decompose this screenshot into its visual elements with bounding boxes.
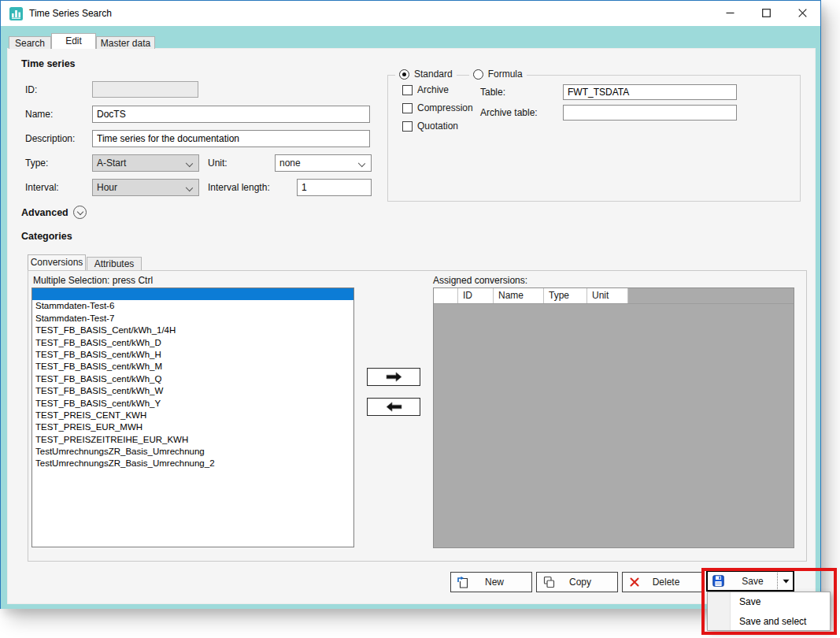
titlebar: Time Series Search <box>1 1 820 26</box>
column-header-type[interactable]: Type <box>544 288 587 303</box>
table-field[interactable] <box>563 84 737 100</box>
list-item[interactable]: TEST_PREIS_CENT_KWH <box>32 410 353 421</box>
categories-label: Categories <box>21 231 72 242</box>
copy-button-label: Copy <box>561 577 600 588</box>
archive-table-field[interactable] <box>563 105 737 121</box>
assigned-conversions-table: ID Name Type Unit <box>433 287 794 548</box>
storage-type-radios: Standard Formula <box>395 68 527 80</box>
list-item[interactable]: TestUmrechnungsZR_Basis_Umrechnung_2 <box>32 458 353 469</box>
checkbox-quotation-label: Quotation <box>417 121 458 132</box>
description-label: Description: <box>25 133 75 144</box>
save-floppy-icon <box>708 575 728 587</box>
list-item[interactable]: Stammdaten-Test-6 <box>32 300 353 312</box>
menu-item-save-and-select[interactable]: Save and select <box>708 612 830 632</box>
copy-button[interactable]: Copy <box>536 572 618 592</box>
name-label: Name: <box>25 109 53 120</box>
unassign-button arrow-left-icon[interactable] <box>367 398 420 416</box>
checkbox-archive[interactable]: Archive <box>402 84 449 95</box>
type-label: Type: <box>25 158 48 169</box>
column-header-selector[interactable] <box>434 288 458 303</box>
name-field[interactable] <box>92 106 370 123</box>
list-item-label: TEST_PREISZEITREIHE_EUR_KWH <box>35 435 188 444</box>
time-series-section-title: Time series <box>21 58 76 69</box>
list-item-label: Stammdaten-Test-7 <box>35 313 114 323</box>
list-item-label: TEST_FB_BASIS_Cent/kWh_1/4H <box>35 325 176 335</box>
checkbox-archive-box <box>402 85 413 95</box>
checkbox-quotation[interactable]: Quotation <box>402 121 458 132</box>
tab-conversions[interactable]: Conversions <box>28 254 86 270</box>
radio-formula[interactable]: Formula <box>469 68 527 80</box>
tab-attributes[interactable]: Attributes <box>87 257 142 270</box>
description-field[interactable] <box>92 130 370 147</box>
type-select[interactable]: A-Start <box>92 154 199 172</box>
save-split-divider <box>777 573 778 589</box>
chevron-down-icon <box>358 160 365 167</box>
copy-icon <box>537 576 561 588</box>
minimize-button minimize-icon[interactable] <box>712 1 748 25</box>
window-title: Time Series Search <box>29 1 112 26</box>
save-button[interactable]: Save <box>706 570 794 592</box>
tab-search-label: Search <box>15 38 45 49</box>
radio-formula-label: Formula <box>488 69 523 80</box>
list-item[interactable]: TEST_FB_BASIS_cent/kWh_Q <box>32 373 353 385</box>
list-item-label: TEST_FB_BASIS_cent/kWh_Q <box>35 374 161 384</box>
list-item[interactable]: TEST_FB_BASIS_cent/kWh_W <box>32 385 353 397</box>
save-dropdown-arrow-icon[interactable] <box>779 579 793 584</box>
list-item[interactable]: TEST_FB_BASIS_cent/kWh_Y <box>32 398 353 410</box>
tab-edit[interactable]: Edit <box>51 33 96 49</box>
list-item[interactable] <box>32 288 353 300</box>
maximize-button maximize-icon[interactable] <box>748 1 784 25</box>
type-select-value: A-Start <box>97 158 126 169</box>
interval-length-label: Interval length: <box>208 182 270 193</box>
app-window: Time Series Search Search Edit Master da… <box>0 0 821 609</box>
assigned-conversions-label: Assigned conversions: <box>433 275 527 286</box>
close-button close-icon[interactable] <box>784 1 820 25</box>
id-field <box>92 81 198 98</box>
window-controls <box>712 1 820 25</box>
unit-label: Unit: <box>208 158 228 169</box>
chevron-down-icon <box>186 184 193 191</box>
checkbox-compression-box <box>402 103 413 113</box>
unit-select[interactable]: none <box>275 154 372 172</box>
checkbox-compression[interactable]: Compression <box>402 102 473 113</box>
list-item-label: TEST_PREIS_EUR_MWH <box>35 422 142 432</box>
save-button-label: Save <box>728 576 777 587</box>
list-item[interactable]: TEST_PREIS_EUR_MWH <box>32 421 353 433</box>
list-item-label: TEST_FB_BASIS_cent/kWh_D <box>35 338 161 347</box>
advanced-expander chevron-down-circle-icon[interactable] <box>73 206 87 219</box>
tab-master-data-label: Master data <box>101 38 150 49</box>
assign-button arrow-right-icon[interactable] <box>367 368 420 386</box>
list-item[interactable]: TEST_PREISZEITREIHE_EUR_KWH <box>32 434 353 446</box>
new-document-icon <box>451 576 475 589</box>
list-item[interactable]: TEST_FB_BASIS_Cent/kWh_1/4H <box>32 325 353 336</box>
delete-x-icon <box>623 577 646 588</box>
list-item-label: TEST_FB_BASIS_cent/kWh_H <box>35 350 161 359</box>
tab-search[interactable]: Search <box>9 36 51 49</box>
menu-item-save[interactable]: Save <box>708 592 830 612</box>
column-header-unit[interactable]: Unit <box>587 288 628 303</box>
radio-standard[interactable]: Standard <box>395 68 457 80</box>
list-item[interactable]: TEST_FB_BASIS_cent/kWh_M <box>32 361 353 373</box>
save-dropdown-menu: Save Save and select <box>707 592 831 631</box>
interval-length-field[interactable] <box>297 179 372 196</box>
id-label: ID: <box>25 84 37 95</box>
list-item[interactable]: TestUmrechnungsZR_Basis_Umrechnung <box>32 446 353 458</box>
list-item[interactable]: TEST_FB_BASIS_cent/kWh_H <box>32 349 353 361</box>
tab-master-data[interactable]: Master data <box>96 36 155 49</box>
column-header-id[interactable]: ID <box>458 288 494 303</box>
radio-standard-label: Standard <box>414 69 453 80</box>
column-header-name[interactable]: Name <box>494 288 544 303</box>
list-item-label: Stammdaten-Test-6 <box>35 301 114 310</box>
list-item[interactable]: Stammdaten-Test-7 <box>32 313 353 325</box>
multiple-selection-hint: Multiple Selection: press Ctrl <box>33 275 153 286</box>
checkbox-compression-label: Compression <box>417 102 473 113</box>
new-button[interactable]: New <box>450 572 532 592</box>
list-item[interactable]: TEST_FB_BASIS_cent/kWh_D <box>32 337 353 349</box>
delete-button[interactable]: Delete <box>622 572 704 592</box>
table-label: Table: <box>480 87 505 98</box>
app-icon bar-chart-icon <box>9 7 23 20</box>
checkbox-quotation-box <box>402 121 413 132</box>
tab-attributes-label: Attributes <box>94 258 135 269</box>
interval-select[interactable]: Hour <box>92 179 199 196</box>
available-conversions-list[interactable]: Stammdaten-Test-6 Stammdaten-Test-7 TEST… <box>31 287 354 547</box>
